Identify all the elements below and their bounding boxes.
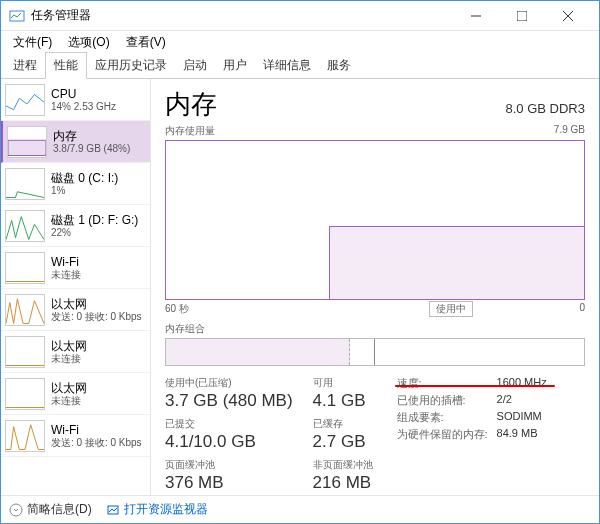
sidebar-item-sub: 发送: 0 接收: 0 Kbps bbox=[51, 311, 146, 323]
sidebar-thumb-icon bbox=[5, 294, 45, 326]
sidebar-thumb-icon bbox=[5, 378, 45, 410]
sidebar-item-sub: 未连接 bbox=[51, 395, 146, 407]
sidebar-item-6[interactable]: 以太网未连接 bbox=[1, 331, 150, 373]
sidebar-thumb-icon bbox=[5, 336, 45, 368]
sidebar-item-name: 以太网 bbox=[51, 297, 146, 311]
memory-spec: 8.0 GB DDR3 bbox=[506, 101, 585, 116]
chart-x-right: 0 bbox=[579, 302, 585, 316]
svg-rect-2 bbox=[517, 11, 527, 21]
page-title: 内存 bbox=[165, 87, 217, 122]
sidebar-item-1[interactable]: 内存3.8/7.9 GB (48%) bbox=[1, 121, 150, 163]
chart-label-top-right: 7.9 GB bbox=[554, 124, 585, 138]
svg-point-5 bbox=[10, 504, 22, 516]
in-use-label: 使用中(已压缩) bbox=[165, 376, 293, 390]
sidebar: CPU14% 2.53 GHz内存3.8/7.9 GB (48%)磁盘 0 (C… bbox=[1, 79, 151, 495]
sidebar-item-sub: 3.8/7.9 GB (48%) bbox=[53, 143, 146, 155]
sidebar-thumb-icon bbox=[5, 252, 45, 284]
app-icon bbox=[9, 8, 25, 24]
memory-composition-bar bbox=[165, 338, 585, 366]
chart-label-top-left: 内存使用量 bbox=[165, 124, 215, 138]
sidebar-item-name: 内存 bbox=[53, 129, 146, 143]
cached-value: 2.7 GB bbox=[313, 432, 373, 452]
sidebar-item-sub: 14% 2.53 GHz bbox=[51, 101, 146, 113]
svg-rect-0 bbox=[10, 11, 24, 21]
committed-value: 4.1/10.0 GB bbox=[165, 432, 293, 452]
sidebar-item-name: 以太网 bbox=[51, 381, 146, 395]
tab-users[interactable]: 用户 bbox=[215, 53, 255, 78]
composition-label: 内存组合 bbox=[165, 322, 585, 336]
tab-services[interactable]: 服务 bbox=[319, 53, 359, 78]
window-title: 任务管理器 bbox=[31, 7, 453, 24]
speed-value: 1600 MHz bbox=[497, 376, 547, 391]
sidebar-item-7[interactable]: 以太网未连接 bbox=[1, 373, 150, 415]
slots-value: 2/2 bbox=[497, 393, 512, 408]
sidebar-item-sub: 未连接 bbox=[51, 353, 146, 365]
sidebar-item-8[interactable]: Wi-Fi发送: 0 接收: 0 Kbps bbox=[1, 415, 150, 457]
menu-view[interactable]: 查看(V) bbox=[118, 32, 174, 53]
annotation-redline bbox=[395, 385, 555, 387]
memory-usage-chart bbox=[165, 140, 585, 300]
in-use-indicator: 使用中 bbox=[429, 301, 473, 317]
sidebar-thumb-icon bbox=[5, 84, 45, 116]
sidebar-item-name: Wi-Fi bbox=[51, 255, 146, 269]
sidebar-item-name: 以太网 bbox=[51, 339, 146, 353]
tab-processes[interactable]: 进程 bbox=[5, 53, 45, 78]
sidebar-thumb-icon bbox=[5, 168, 45, 200]
sidebar-thumb-icon bbox=[5, 420, 45, 452]
sidebar-item-sub: 1% bbox=[51, 185, 146, 197]
sidebar-thumb-icon bbox=[5, 210, 45, 242]
available-value: 4.1 GB bbox=[313, 391, 373, 411]
cached-label: 已缓存 bbox=[313, 417, 373, 431]
minimize-button[interactable] bbox=[453, 1, 499, 31]
close-button[interactable] bbox=[545, 1, 591, 31]
in-use-value: 3.7 GB (480 MB) bbox=[165, 391, 293, 411]
sidebar-item-3[interactable]: 磁盘 1 (D: F: G:)22% bbox=[1, 205, 150, 247]
paged-label: 页面缓冲池 bbox=[165, 458, 293, 472]
tab-performance[interactable]: 性能 bbox=[45, 52, 87, 79]
nonpaged-label: 非页面缓冲池 bbox=[313, 458, 373, 472]
sidebar-item-4[interactable]: Wi-Fi未连接 bbox=[1, 247, 150, 289]
sidebar-item-sub: 22% bbox=[51, 227, 146, 239]
sidebar-item-5[interactable]: 以太网发送: 0 接收: 0 Kbps bbox=[1, 289, 150, 331]
tab-details[interactable]: 详细信息 bbox=[255, 53, 319, 78]
main-panel: 内存 8.0 GB DDR3 内存使用量 7.9 GB 60 秒 使用中 0 内… bbox=[151, 79, 599, 495]
nonpaged-value: 216 MB bbox=[313, 473, 373, 493]
maximize-button[interactable] bbox=[499, 1, 545, 31]
speed-label: 速度: bbox=[397, 376, 497, 391]
sidebar-thumb-icon bbox=[7, 126, 47, 158]
sidebar-item-name: Wi-Fi bbox=[51, 423, 146, 437]
form-value: SODIMM bbox=[497, 410, 542, 425]
open-resource-monitor-link[interactable]: 打开资源监视器 bbox=[106, 501, 208, 518]
committed-label: 已提交 bbox=[165, 417, 293, 431]
chart-x-left: 60 秒 bbox=[165, 302, 189, 316]
brief-info-toggle[interactable]: 简略信息(D) bbox=[9, 501, 92, 518]
sidebar-item-name: 磁盘 0 (C: I:) bbox=[51, 171, 146, 185]
sidebar-item-name: 磁盘 1 (D: F: G:) bbox=[51, 213, 146, 227]
sidebar-item-2[interactable]: 磁盘 0 (C: I:)1% bbox=[1, 163, 150, 205]
menu-options[interactable]: 选项(O) bbox=[60, 32, 117, 53]
sidebar-item-sub: 发送: 0 接收: 0 Kbps bbox=[51, 437, 146, 449]
form-label: 组成要素: bbox=[397, 410, 497, 425]
paged-value: 376 MB bbox=[165, 473, 293, 493]
available-label: 可用 bbox=[313, 376, 373, 390]
hw-reserved-label: 为硬件保留的内存: bbox=[397, 427, 497, 442]
sidebar-item-0[interactable]: CPU14% 2.53 GHz bbox=[1, 79, 150, 121]
menu-file[interactable]: 文件(F) bbox=[5, 32, 60, 53]
sidebar-item-name: CPU bbox=[51, 87, 146, 101]
slots-label: 已使用的插槽: bbox=[397, 393, 497, 408]
tab-app-history[interactable]: 应用历史记录 bbox=[87, 53, 175, 78]
sidebar-item-sub: 未连接 bbox=[51, 269, 146, 281]
tab-startup[interactable]: 启动 bbox=[175, 53, 215, 78]
hw-reserved-value: 84.9 MB bbox=[497, 427, 538, 442]
